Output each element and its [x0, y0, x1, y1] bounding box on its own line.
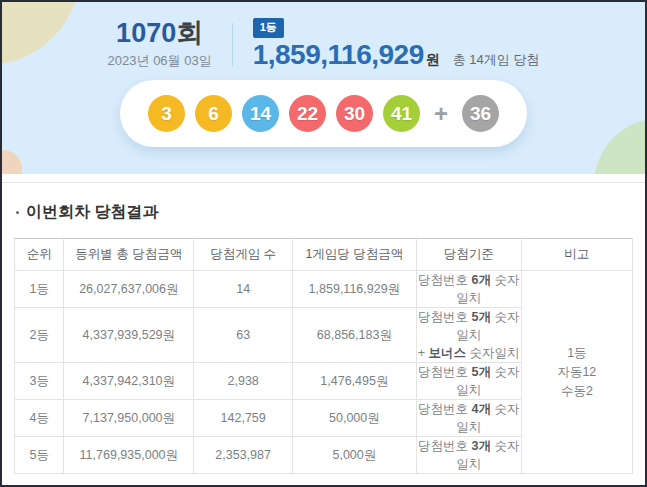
bonus-ball: 36	[462, 95, 499, 132]
round-title: 1070회	[108, 19, 212, 49]
rank-cell: 4등	[15, 400, 64, 437]
first-prize-amount: 1,859,116,929	[253, 39, 424, 71]
total-amount-cell: 7,137,950,000원	[64, 400, 194, 437]
prize-line: 1,859,116,929 원 총 14게임 당첨	[253, 39, 540, 71]
games-count-cell: 14	[194, 271, 293, 308]
winning-numbers-pill: 3614223041+36	[120, 80, 527, 147]
per-game-amount-cell: 50,000원	[293, 400, 417, 437]
decorative-circle-peach	[2, 150, 22, 174]
rank-badge: 1등	[253, 18, 284, 38]
criteria-cell: 당첨번호 5개 숫자일치	[416, 363, 521, 400]
remark-cell: 1등자동12수동2	[521, 271, 632, 474]
lotto-ball: 41	[383, 95, 420, 132]
total-amount-cell: 4,337,942,310원	[64, 363, 194, 400]
round-suffix: 회	[176, 18, 203, 48]
results-table: 순위등위별 총 당첨금액당첨게임 수1게임당 당첨금액당첨기준비고 1등26,0…	[14, 238, 633, 474]
draw-info-row: 1070회 2023년 06월 03일 1등 1,859,116,929 원 총…	[108, 18, 540, 71]
lotto-ball: 14	[242, 95, 279, 132]
column-header: 비고	[521, 239, 632, 271]
games-count-cell: 2,353,987	[194, 437, 293, 474]
section-title: 이번회차 당첨결과	[16, 202, 633, 223]
banner-content: 1070회 2023년 06월 03일 1등 1,859,116,929 원 총…	[2, 2, 645, 147]
lotto-ball: 22	[289, 95, 326, 132]
games-count-cell: 142,759	[194, 400, 293, 437]
total-amount-cell: 26,027,637,006원	[64, 271, 194, 308]
column-header: 당첨게임 수	[194, 239, 293, 271]
criteria-cell: 당첨번호 3개 숫자일치	[416, 437, 521, 474]
column-header: 1게임당 당첨금액	[293, 239, 417, 271]
first-prize-block: 1등 1,859,116,929 원 총 14게임 당첨	[253, 18, 540, 71]
games-count-cell: 63	[194, 308, 293, 363]
result-content: 이번회차 당첨결과 순위등위별 총 당첨금액당첨게임 수1게임당 당첨금액당첨기…	[2, 202, 645, 474]
lotto-ball: 30	[336, 95, 373, 132]
bullet-icon	[16, 211, 19, 214]
rank-cell: 2등	[15, 308, 64, 363]
lotto-result-page: 1070회 2023년 06월 03일 1등 1,859,116,929 원 총…	[0, 0, 647, 487]
games-count-cell: 2,938	[194, 363, 293, 400]
column-header: 당첨기준	[416, 239, 521, 271]
per-game-amount-cell: 68,856,183원	[293, 308, 417, 363]
currency-suffix: 원	[426, 51, 440, 69]
per-game-amount-cell: 5,000원	[293, 437, 417, 474]
total-games-label: 총 14게임 당첨	[453, 51, 540, 69]
lotto-ball: 3	[148, 95, 185, 132]
rank-cell: 3등	[15, 363, 64, 400]
result-banner: 1070회 2023년 06월 03일 1등 1,859,116,929 원 총…	[2, 2, 645, 174]
total-amount-cell: 4,337,939,529원	[64, 308, 194, 363]
per-game-amount-cell: 1,476,495원	[293, 363, 417, 400]
results-table-head-row: 순위등위별 총 당첨금액당첨게임 수1게임당 당첨금액당첨기준비고	[15, 239, 633, 271]
table-row: 1등26,027,637,006원141,859,116,929원당첨번호 6개…	[15, 271, 633, 308]
criteria-cell: 당첨번호 4개 숫자일치	[416, 400, 521, 437]
criteria-cell: 당첨번호 6개 숫자일치	[416, 271, 521, 308]
column-header: 순위	[15, 239, 64, 271]
banner-bottom-divider	[2, 182, 645, 183]
results-table-body: 1등26,027,637,006원141,859,116,929원당첨번호 6개…	[15, 271, 633, 474]
column-header: 등위별 총 당첨금액	[64, 239, 194, 271]
lotto-ball: 6	[195, 95, 232, 132]
round-block: 1070회 2023년 06월 03일	[108, 19, 212, 70]
per-game-amount-cell: 1,859,116,929원	[293, 271, 417, 308]
vertical-divider	[232, 23, 233, 67]
criteria-cell: 당첨번호 5개 숫자일치+ 보너스 숫자일치	[416, 308, 521, 363]
total-amount-cell: 11,769,935,000원	[64, 437, 194, 474]
plus-sign: +	[434, 102, 448, 126]
rank-cell: 1등	[15, 271, 64, 308]
rank-cell: 5등	[15, 437, 64, 474]
draw-date: 2023년 06월 03일	[108, 52, 212, 70]
section-title-label: 이번회차 당첨결과	[26, 202, 158, 223]
round-number: 1070	[116, 18, 176, 48]
